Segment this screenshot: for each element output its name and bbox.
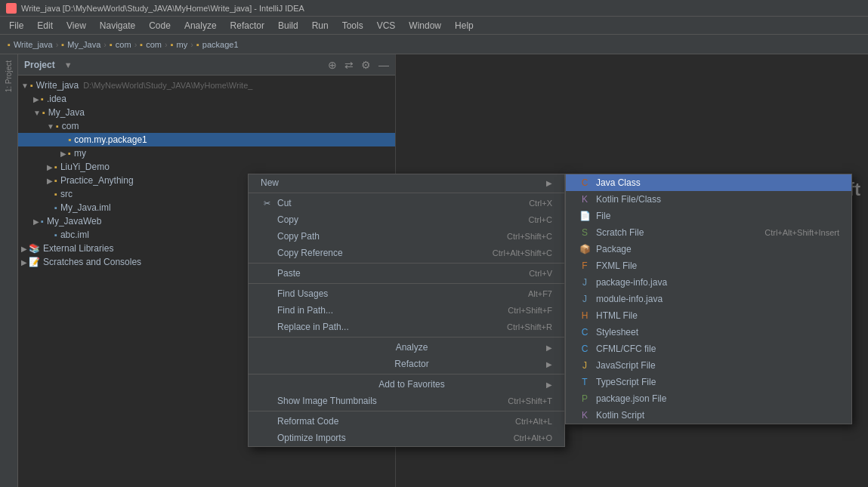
sub-item-package-info[interactable]: J package-info.java xyxy=(566,274,851,291)
tree-item-package1[interactable]: ▶ ▪ com.my.package1 xyxy=(18,133,395,146)
ctx-item-copy[interactable]: Copy Ctrl+C xyxy=(249,211,564,228)
sub-item-package[interactable]: 📦 Package xyxy=(566,241,851,257)
tree-item-my[interactable]: ▶ ▪ my xyxy=(18,146,395,160)
ctx-label-copy-path: Copy Path xyxy=(277,231,320,242)
ctx-item-add-favorites[interactable]: Add to Favorites ▶ xyxy=(249,376,564,393)
menu-view[interactable]: View xyxy=(60,19,92,32)
sub-item-cfml[interactable]: C CFML/CFC file xyxy=(566,341,851,357)
breadcrumb-icon-6: ▪ xyxy=(196,40,199,49)
ctx-arrow-analyze: ▶ xyxy=(546,344,552,352)
ctx-item-new[interactable]: New ▶ xyxy=(249,174,564,191)
menu-build[interactable]: Build xyxy=(272,19,304,32)
menu-file[interactable]: File xyxy=(3,19,29,32)
package-icon-pkg1: ▪ xyxy=(68,134,71,145)
ctx-shortcut-find-usages: Alt+F7 xyxy=(528,289,552,298)
ctx-item-optimize[interactable]: Optimize Imports Ctrl+Alt+O xyxy=(249,430,564,446)
tree-label-package1: com.my.package1 xyxy=(74,134,147,145)
file-icon-iml: ▪ xyxy=(54,203,57,212)
breadcrumb-item-3[interactable]: com xyxy=(116,40,131,49)
sub-item-html[interactable]: H HTML File xyxy=(566,307,851,324)
tree-label-src: src xyxy=(60,189,73,199)
lib-icon: 📚 xyxy=(29,243,40,254)
ctx-shortcut-paste: Ctrl+V xyxy=(529,269,552,278)
menu-analyze[interactable]: Analyze xyxy=(178,19,223,32)
title-bar: Write_java [D:\MyNewWorld\Study_JAVA\MyH… xyxy=(0,0,868,17)
html-icon: H xyxy=(578,310,592,321)
breadcrumb-icon-2: ▪ xyxy=(61,40,64,49)
ctx-item-find-path[interactable]: Find in Path... Ctrl+Shift+F xyxy=(249,302,564,319)
ctx-item-image-thumbnails[interactable]: Show Image Thumbnails Ctrl+Shift+T xyxy=(249,393,564,409)
ctx-item-analyze[interactable]: Analyze ▶ xyxy=(249,339,564,356)
breadcrumb-item-2[interactable]: My_Java xyxy=(67,40,100,49)
ctx-shortcut-replace-path: Ctrl+Shift+R xyxy=(507,322,552,331)
ctx-item-copy-ref[interactable]: Copy Reference Ctrl+Alt+Shift+C xyxy=(249,245,564,261)
menu-vcs[interactable]: VCS xyxy=(371,19,402,32)
panel-dropdown-icon[interactable]: ▼ xyxy=(64,60,73,69)
file-icon-new: 📄 xyxy=(578,211,592,221)
breadcrumb-sep-5: › xyxy=(190,40,193,49)
scratch-icon: 📝 xyxy=(29,257,40,267)
tree-path-write-java: D:\MyNewWorld\Study_JAVA\MyHome\Write_ xyxy=(83,81,252,90)
panel-header: Project ▼ ⊕ ⇄ ⚙ — xyxy=(18,54,395,76)
sub-item-fxml[interactable]: F FXML File xyxy=(566,257,851,274)
sub-item-java-class[interactable]: C Java Class xyxy=(566,174,851,191)
tree-item-liuyi[interactable]: ▶ ▪ LiuYi_Demo xyxy=(18,160,395,174)
ctx-item-copy-path[interactable]: Copy Path Ctrl+Shift+C xyxy=(249,228,564,245)
package-icon-new: 📦 xyxy=(578,244,592,254)
tree-item-com[interactable]: ▼ ▪ com xyxy=(18,119,395,133)
ctx-item-paste[interactable]: Paste Ctrl+V xyxy=(249,265,564,282)
tree-item-write-java[interactable]: ▼ ▪ Write_java D:\MyNewWorld\Study_JAVA\… xyxy=(18,79,395,92)
sidebar-label-project[interactable]: 1: Project xyxy=(5,57,13,95)
ctx-item-replace-path[interactable]: Replace in Path... Ctrl+Shift+R xyxy=(249,319,564,335)
panel-title: Project xyxy=(24,60,55,70)
sub-item-kotlin-script[interactable]: K Kotlin Script xyxy=(566,407,851,424)
arrow-icon-ext-libs: ▶ xyxy=(21,245,27,253)
menu-edit[interactable]: Edit xyxy=(31,19,59,32)
ctx-item-reformat[interactable]: Reformat Code Ctrl+Alt+L xyxy=(249,413,564,430)
java-class-icon: C xyxy=(578,177,592,188)
breadcrumb-item-1[interactable]: Write_java xyxy=(14,40,53,49)
tree-item-myjava[interactable]: ▼ ▪ My_Java xyxy=(18,106,395,119)
menu-help[interactable]: Help xyxy=(449,19,480,32)
tree-item-idea[interactable]: ▶ ▪ .idea xyxy=(18,92,395,106)
sub-item-module-info[interactable]: J module-info.java xyxy=(566,291,851,307)
menu-run[interactable]: Run xyxy=(306,19,335,32)
arrow-icon-idea: ▶ xyxy=(33,95,39,103)
panel-settings-icon[interactable]: ⚙ xyxy=(361,59,371,71)
breadcrumb-sep-3: › xyxy=(134,40,137,49)
sub-item-javascript[interactable]: J JavaScript File xyxy=(566,357,851,374)
breadcrumb-sep-4: › xyxy=(165,40,168,49)
ctx-arrow-refactor: ▶ xyxy=(546,360,552,368)
ctx-separator-2 xyxy=(249,263,564,264)
breadcrumb-item-5[interactable]: my xyxy=(177,40,188,49)
folder-icon-myjava-web: ▪ xyxy=(41,217,44,226)
ctx-separator-5 xyxy=(249,374,564,374)
menu-refactor[interactable]: Refactor xyxy=(224,19,270,32)
sub-item-scratch-file[interactable]: S Scratch File Ctrl+Alt+Shift+Insert xyxy=(566,224,851,241)
ctx-item-refactor[interactable]: Refactor ▶ xyxy=(249,356,564,372)
panel-target-icon[interactable]: ⊕ xyxy=(328,59,337,71)
menu-code[interactable]: Code xyxy=(143,19,177,32)
menu-navigate[interactable]: Navigate xyxy=(94,19,141,32)
ctx-item-find-usages[interactable]: Find Usages Alt+F7 xyxy=(249,285,564,302)
ctx-item-cut[interactable]: ✂ Cut Ctrl+X xyxy=(249,195,564,211)
sub-label-html: HTML File xyxy=(596,310,638,321)
menu-window[interactable]: Window xyxy=(403,19,447,32)
window-title: Write_java [D:\MyNewWorld\Study_JAVA\MyH… xyxy=(21,4,304,13)
breadcrumb-item-6[interactable]: package1 xyxy=(202,40,239,49)
scratch-file-icon: S xyxy=(578,227,592,238)
folder-icon-myjava: ▪ xyxy=(42,108,45,117)
tree-label-com: com xyxy=(62,121,79,131)
panel-minimize-icon[interactable]: — xyxy=(378,59,389,71)
breadcrumb-item-4[interactable]: com xyxy=(146,40,162,49)
ctx-arrow-favorites: ▶ xyxy=(546,381,552,389)
panel-collapse-icon[interactable]: ⇄ xyxy=(344,59,354,71)
package-json-icon: P xyxy=(578,393,592,404)
sub-item-file[interactable]: 📄 File xyxy=(566,208,851,224)
sub-item-typescript[interactable]: T TypeScript File xyxy=(566,374,851,390)
ctx-arrow-new: ▶ xyxy=(546,179,552,187)
sub-item-kotlin-file[interactable]: K Kotlin File/Class xyxy=(566,191,851,208)
menu-tools[interactable]: Tools xyxy=(336,19,369,32)
sub-item-stylesheet[interactable]: C Stylesheet xyxy=(566,324,851,341)
sub-item-package-json[interactable]: P package.json File xyxy=(566,390,851,407)
